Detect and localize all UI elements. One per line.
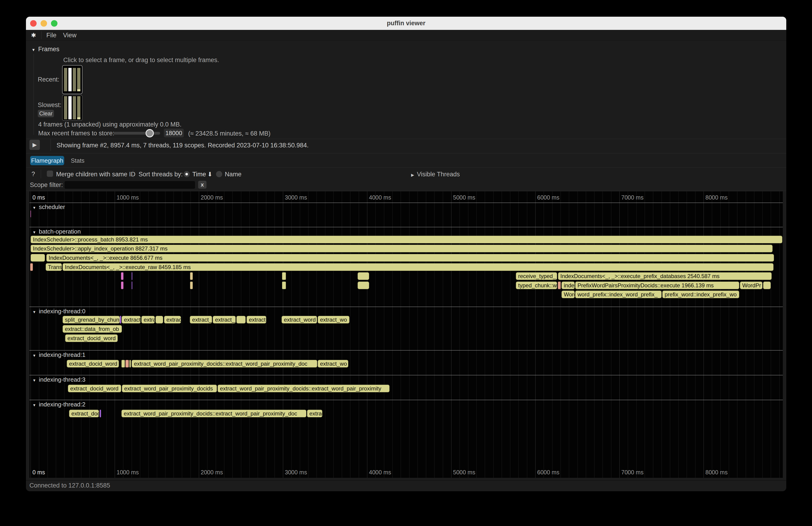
scope-bar[interactable] (132, 272, 132, 280)
theme-sun-icon[interactable]: ✱ (31, 30, 36, 41)
scope-bar[interactable] (31, 254, 45, 262)
scope-bar[interactable]: IndexDocuments<_, _>::execute_raw 8459.1… (62, 263, 773, 271)
scope-bar[interactable]: extract_docid_word (67, 360, 119, 367)
max-frames-value[interactable]: 18000 (164, 129, 184, 137)
scope-bar[interactable] (156, 316, 163, 323)
axis-tick-label: 5000 ms (453, 194, 475, 201)
visible-threads-header[interactable]: ▶Visible Threads (411, 171, 460, 178)
scope-bar[interactable]: extract_ (190, 316, 212, 323)
clear-button[interactable]: Clear (38, 110, 54, 117)
slider-knob[interactable] (146, 129, 154, 137)
scope-bar[interactable]: receive_typed_ (516, 272, 557, 280)
scope-bar[interactable]: extrac (164, 316, 181, 323)
scope-filter-input[interactable] (64, 181, 195, 189)
scope-bar[interactable]: extract_wo (318, 360, 348, 367)
scope-bar[interactable] (190, 272, 193, 280)
merge-children-label: Merge children with same ID (56, 171, 135, 178)
scope-bar[interactable]: extract (247, 316, 266, 323)
gridline-minor (258, 191, 258, 478)
gridline-minor (249, 191, 250, 478)
frames-collapsing-header[interactable]: ▼Frames (31, 46, 59, 54)
connection-status: Connected to 127.0.0.1:8585 (29, 482, 110, 489)
collapse-triangle-icon: ▼ (31, 48, 35, 52)
scope-bar[interactable]: WordPr (740, 281, 763, 289)
gridline-minor (207, 191, 207, 478)
sort-direction-arrow-icon[interactable]: ⬇ (207, 171, 213, 178)
scope-bar[interactable]: extract::data_from_ob (62, 325, 122, 333)
scope-bar[interactable]: extract_docid_word (65, 334, 118, 342)
thread-header-indexing-thread:0[interactable]: ▼indexing-thread:0 (32, 308, 86, 315)
thread-header-indexing-thread:1[interactable]: ▼indexing-thread:1 (32, 351, 86, 359)
scope-bar[interactable] (121, 281, 124, 289)
scope-bar[interactable] (282, 281, 286, 289)
scope-bar[interactable]: IndexScheduler>::process_batch 8953.821 … (31, 236, 782, 243)
gridline-minor (754, 191, 754, 478)
scope-bar[interactable] (125, 360, 129, 367)
scope-bar[interactable]: split_grenad_by_chun (62, 316, 120, 323)
scope-bar[interactable]: extract_word (281, 316, 317, 323)
help-button[interactable]: ? (31, 171, 35, 178)
gridline-minor (611, 191, 611, 478)
scope-bar[interactable] (121, 360, 125, 367)
thread-header-scheduler[interactable]: ▼scheduler (32, 203, 65, 210)
sort-name-radio[interactable] (216, 171, 222, 177)
scope-bar[interactable] (129, 360, 131, 367)
scope-bar[interactable]: extract_doc (69, 410, 99, 417)
scope-bar[interactable]: extract_word_pair_proximity_docids (122, 385, 217, 392)
scope-bar[interactable]: IndexScheduler>::apply_index_operation 8… (31, 245, 773, 252)
scope-bar[interactable]: index (562, 281, 575, 289)
thumb-bar (73, 68, 76, 91)
flamegraph-canvas[interactable]: 0 ms0 ms1000 ms1000 ms2000 ms2000 ms3000… (29, 191, 783, 478)
scope-bar[interactable] (282, 272, 286, 280)
sort-time-radio[interactable] (184, 171, 190, 177)
scope-bar[interactable] (30, 210, 31, 217)
scope-bar[interactable] (236, 316, 246, 323)
scope-bar[interactable]: IndexDocuments<_, _>::execute 8656.677 m… (46, 254, 774, 262)
frame-thumbnail-recent[interactable] (62, 65, 83, 94)
menu-file[interactable]: File (46, 30, 57, 41)
scope-bar[interactable]: extract_wo (318, 316, 349, 323)
scope-bar[interactable] (132, 281, 132, 289)
play-button[interactable]: ▶ (29, 140, 40, 150)
tab-stats[interactable]: Stats (70, 156, 86, 165)
scope-bar[interactable]: typed_chunk::w (516, 281, 557, 289)
frame-thumbnail-slowest[interactable] (62, 95, 83, 121)
scope-bar[interactable]: Trans (46, 263, 62, 271)
scope-bar[interactable]: extract_word_pair_proximity_docids::extr… (132, 360, 317, 367)
gridline-minor (190, 191, 191, 478)
scope-bar[interactable]: Word (562, 291, 575, 298)
scope-bar[interactable] (558, 281, 561, 289)
scope-bar[interactable]: IndexDocuments<_, _>::execute_prefix_dat… (558, 272, 772, 280)
scope-bar[interactable] (30, 263, 33, 271)
scope-bar[interactable]: extract_word_pair_proximity_docids::extr… (121, 410, 306, 417)
scope-bar[interactable] (190, 281, 193, 289)
scope-bar[interactable]: extract_ (213, 316, 236, 323)
thread-header-indexing-thread:2[interactable]: ▼indexing-thread:2 (32, 401, 86, 408)
frames-summary: 4 frames (1 unpacked) using approximatel… (38, 121, 182, 128)
clear-filter-button[interactable]: x (198, 181, 206, 189)
scope-bar[interactable] (358, 281, 369, 289)
thread-separator (29, 307, 783, 307)
app-window: puffin viewer ✱ File View ▼Frames Click … (26, 17, 786, 491)
scope-bar[interactable] (763, 281, 771, 289)
scope-bar[interactable] (100, 410, 101, 417)
merge-children-checkbox[interactable] (47, 171, 53, 177)
scope-bar[interactable]: prefix_word::index_prefix_wo (662, 291, 739, 298)
scope-bar[interactable]: extract (122, 316, 141, 323)
gridline-minor (140, 191, 140, 478)
scope-bar[interactable]: extract_docid_word (68, 385, 121, 392)
scope-bar[interactable]: extra (141, 316, 155, 323)
menu-view[interactable]: View (63, 30, 76, 41)
scope-bar[interactable] (121, 272, 124, 280)
scope-bar[interactable] (358, 272, 369, 280)
scope-bar[interactable] (120, 316, 121, 323)
thread-header-indexing-thread:3[interactable]: ▼indexing-thread:3 (32, 376, 86, 383)
menu-bar: ✱ File View (26, 30, 786, 41)
tab-flamegraph[interactable]: Flamegraph (30, 156, 64, 165)
scope-bar[interactable]: extrac (307, 410, 322, 417)
scope-bar[interactable]: word_prefix::index_word_prefix_ (575, 291, 662, 298)
scope-bar[interactable]: PrefixWordPairsProximityDocids::execute … (575, 281, 739, 289)
thread-header-batch-operation[interactable]: ▼batch-operation (32, 228, 81, 235)
gridline-minor (325, 191, 325, 478)
scope-bar[interactable]: extract_word_pair_proximity_docids::extr… (218, 385, 390, 392)
